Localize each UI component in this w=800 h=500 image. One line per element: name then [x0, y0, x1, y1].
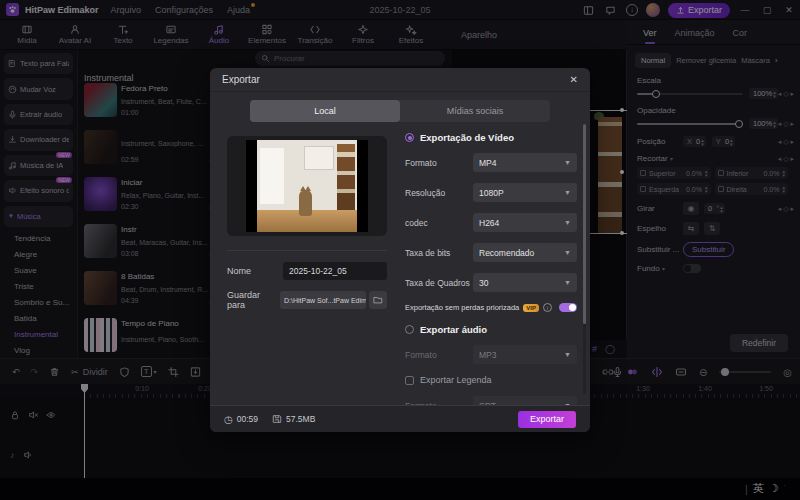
audio-formato-select[interactable]: MP3▼ [473, 345, 577, 364]
resolucao-label: Resolução [405, 188, 473, 198]
export-target-tabs: Local Mídias sociais [250, 100, 550, 122]
chevron-down-icon: ▼ [564, 219, 571, 226]
folder-icon [373, 295, 383, 305]
lossless-label: Exportação sem perdas priorizada [405, 303, 519, 312]
formato-select[interactable]: MP4▼ [473, 153, 577, 172]
dialog-scrollbar[interactable] [583, 124, 586, 394]
chevron-down-icon: ▼ [564, 279, 571, 286]
audio-export-label: Exportar áudio [420, 324, 487, 335]
video-export-radio[interactable] [405, 133, 414, 142]
audio-formato-label: Formato [405, 350, 473, 360]
lossless-toggle[interactable] [559, 303, 577, 312]
chevron-down-icon: ▼ [564, 351, 571, 358]
vip-badge: VIP [523, 304, 539, 312]
chevron-down-icon: ▼ [564, 249, 571, 256]
tab-midias-sociais[interactable]: Mídias sociais [400, 100, 550, 122]
export-confirm-button[interactable]: Exportar [518, 411, 576, 428]
taxa-bits-select[interactable]: Recomendado▼ [473, 243, 577, 262]
resolucao-select[interactable]: 1080P▼ [473, 183, 577, 202]
taxa-quadros-select[interactable]: 30▼ [473, 273, 577, 292]
dialog-close-icon[interactable]: ✕ [570, 74, 578, 85]
export-filesize: 57.5MB [272, 414, 315, 424]
guardar-para-label: Guardar para [227, 290, 280, 310]
legend-label: Exportar Legenda [420, 375, 492, 385]
info-icon[interactable]: i [543, 303, 552, 312]
chevron-down-icon: ▼ [564, 189, 571, 196]
filename-input[interactable]: 2025-10-22_05 [283, 262, 387, 280]
clock-icon: ◷ [224, 414, 233, 425]
save-path-field[interactable]: D:\HitPaw Sof...tPaw Edimakor [280, 291, 366, 309]
codec-label: codec [405, 218, 473, 228]
chevron-down-icon: ▼ [564, 159, 571, 166]
video-frame-preview [246, 140, 368, 232]
legend-checkbox[interactable] [405, 376, 414, 385]
audio-export-radio[interactable] [405, 325, 414, 334]
taxa-bits-label: Taxa de bits [405, 248, 473, 258]
codec-select[interactable]: H264▼ [473, 213, 577, 232]
tab-local[interactable]: Local [250, 100, 400, 122]
app-window: HitPaw Edimakor Arquivo Configurações Aj… [0, 0, 800, 500]
cat-subject [299, 190, 312, 216]
export-dialog: Exportar ✕ Local Mídias sociais Nome [210, 68, 590, 432]
nome-label: Nome [227, 266, 251, 276]
browse-folder-button[interactable] [369, 291, 387, 309]
formato-label: Formato [405, 158, 473, 168]
export-preview-thumbnail [227, 136, 387, 236]
dialog-title: Exportar [222, 74, 260, 85]
export-duration: ◷00:59 [224, 414, 258, 425]
disk-icon [272, 414, 282, 424]
taxa-quadros-label: Taxa de Quadros [405, 278, 473, 288]
video-export-label: Exportação de Vídeo [420, 132, 514, 143]
